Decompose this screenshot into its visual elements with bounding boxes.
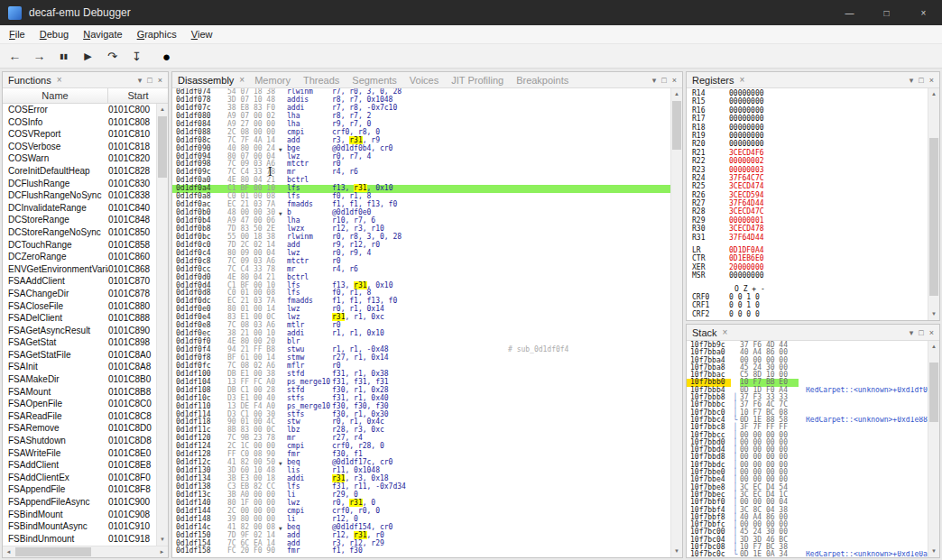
functions-vertical-scrollbar[interactable]: ▲ ▼ bbox=[156, 104, 168, 546]
tab-memory[interactable]: Memory bbox=[248, 75, 297, 86]
function-row[interactable]: FSAMakeDir 0101C8B0 bbox=[3, 373, 168, 386]
panel-menu-icon[interactable]: ▾ bbox=[138, 76, 143, 85]
stack-tab-close-icon[interactable]: × bbox=[723, 327, 728, 337]
scroll-right-icon[interactable]: ► bbox=[156, 546, 168, 557]
stack-panel-title: Stack bbox=[690, 327, 719, 338]
menu-graphics[interactable]: Graphics bbox=[130, 25, 184, 43]
stack-row[interactable]: 10f7bc0c └ 0D 1E 0A 34 RedCarpet::<unkno… bbox=[687, 551, 939, 557]
resume-button[interactable]: ▶ bbox=[77, 46, 99, 67]
scroll-down-icon[interactable]: ▼ bbox=[157, 534, 168, 546]
function-row[interactable]: FSADelClient 0101C888 bbox=[3, 312, 168, 325]
minimize-button[interactable]: — bbox=[831, 0, 868, 25]
function-row[interactable]: FSBindMountAsync 0101C910 bbox=[3, 520, 168, 533]
scroll-down-icon[interactable]: ▼ bbox=[671, 546, 682, 557]
panel-float-icon[interactable]: □ bbox=[919, 76, 923, 85]
panel-float-icon[interactable]: □ bbox=[147, 76, 152, 85]
panel-float-icon[interactable]: □ bbox=[919, 328, 923, 337]
function-row[interactable]: FSACloseFile 0101C880 bbox=[3, 300, 168, 313]
function-row[interactable]: FSAddClient 0101C8E8 bbox=[3, 459, 168, 472]
menu-navigate[interactable]: Navigate bbox=[76, 25, 129, 43]
function-row[interactable]: FSAChangeDir 0101C878 bbox=[3, 288, 168, 300]
pause-button[interactable]: ▮▮ bbox=[52, 46, 75, 67]
registers-tab-close-icon[interactable]: × bbox=[739, 75, 744, 85]
function-row[interactable]: FSAppendFileAsync 0101C900 bbox=[3, 496, 168, 509]
function-row[interactable]: FSBindUnmount 0101C918 bbox=[3, 533, 168, 546]
function-row[interactable]: FSAppendFile 0101C8F8 bbox=[3, 483, 168, 496]
scroll-down-icon[interactable]: ▼ bbox=[928, 546, 939, 557]
function-row[interactable]: FSBindMount 0101C908 bbox=[3, 509, 168, 521]
tab-threads[interactable]: Threads bbox=[297, 75, 346, 86]
scroll-up-icon[interactable]: ▲ bbox=[157, 104, 168, 115]
panel-menu-icon[interactable]: ▾ bbox=[910, 328, 914, 337]
function-row[interactable]: DCTouchRange 0101C858 bbox=[3, 239, 168, 252]
scrollbar-thumb[interactable] bbox=[929, 138, 938, 296]
function-row[interactable]: DCFlushRange 0101C830 bbox=[3, 178, 168, 190]
function-row[interactable]: DCInvalidateRange 0101C840 bbox=[3, 202, 168, 215]
tab-jit-profiling[interactable]: JIT Profiling bbox=[445, 75, 510, 86]
function-row[interactable]: FSARemove 0101C8D0 bbox=[3, 422, 168, 435]
disassembly-vertical-scrollbar[interactable]: ▲ ▼ bbox=[670, 88, 682, 557]
tab-voices[interactable]: Voices bbox=[403, 75, 445, 86]
stack-vertical-scrollbar[interactable]: ▲ ▼ bbox=[928, 341, 939, 557]
scrollbar-thumb[interactable] bbox=[929, 363, 938, 422]
scroll-up-icon[interactable]: ▲ bbox=[928, 88, 939, 100]
back-button[interactable]: ← bbox=[4, 46, 26, 67]
function-row[interactable]: FSAGetAsyncResult 0101C890 bbox=[3, 325, 168, 337]
function-row[interactable]: COSError 0101C800 bbox=[3, 104, 168, 116]
close-button[interactable]: × bbox=[905, 0, 942, 25]
function-row[interactable]: CoreInitDefaultHeap 0101C828 bbox=[3, 165, 168, 178]
scroll-up-icon[interactable]: ▲ bbox=[928, 341, 939, 353]
function-row[interactable]: COSWarn 0101C820 bbox=[3, 152, 168, 165]
step-over-button[interactable]: ↷ bbox=[101, 46, 124, 67]
function-row[interactable]: DCStoreRange 0101C848 bbox=[3, 214, 168, 226]
function-row[interactable]: DCZeroRange 0101C860 bbox=[3, 251, 168, 263]
function-row[interactable]: COSInfo 0101C808 bbox=[3, 116, 168, 129]
disasm-row[interactable]: 0d1df158 FC 20 F0 90 fmr f1, f30 bbox=[172, 547, 682, 555]
tab-disassembly[interactable]: Disassembly bbox=[176, 75, 236, 86]
function-row[interactable]: FSAShutdown 0101C8D8 bbox=[3, 435, 168, 447]
function-row[interactable]: FSAddClientEx 0101C8F0 bbox=[3, 472, 168, 484]
function-row[interactable]: FSAInit 0101C8A8 bbox=[3, 361, 168, 373]
panel-menu-icon[interactable]: ▾ bbox=[910, 76, 914, 85]
function-row[interactable]: COSVReport 0101C810 bbox=[3, 128, 168, 141]
functions-horizontal-scrollbar[interactable]: ◄ ► bbox=[3, 546, 168, 557]
function-row[interactable]: DCStoreRangeNoSync 0101C850 bbox=[3, 226, 168, 239]
scrollbar-thumb[interactable] bbox=[158, 116, 167, 178]
function-row[interactable]: ENVGetEnvironmentVariable 0101C868 bbox=[3, 263, 168, 276]
function-row[interactable]: FSAGetStatFile 0101C8A0 bbox=[3, 349, 168, 362]
scrollbar-thumb[interactable] bbox=[15, 547, 91, 556]
function-row[interactable]: FSAAddClient 0101C870 bbox=[3, 275, 168, 288]
menu-file[interactable]: File bbox=[2, 25, 32, 43]
menu-view[interactable]: View bbox=[184, 25, 220, 43]
function-row[interactable]: COSVerbose 0101C818 bbox=[3, 141, 168, 153]
record-button[interactable]: ● bbox=[155, 46, 178, 67]
panel-close-icon[interactable]: × bbox=[672, 76, 677, 85]
column-header-start[interactable]: Start bbox=[108, 88, 168, 103]
function-row[interactable]: FSAReadFile 0101C8C8 bbox=[3, 410, 168, 423]
step-into-button[interactable]: ↧ bbox=[125, 46, 148, 67]
panel-float-icon[interactable]: □ bbox=[661, 76, 666, 85]
function-row[interactable]: FSAWriteFile 0101C8E0 bbox=[3, 447, 168, 460]
scroll-left-icon[interactable]: ◄ bbox=[3, 546, 14, 557]
panel-close-icon[interactable]: × bbox=[929, 76, 934, 85]
maximize-button[interactable]: □ bbox=[868, 0, 905, 25]
panel-close-icon[interactable]: × bbox=[158, 76, 162, 85]
disassembly-tab-close-icon[interactable]: × bbox=[239, 75, 245, 85]
function-row[interactable]: FSAGetStat 0101C898 bbox=[3, 336, 168, 349]
scrollbar-thumb[interactable] bbox=[672, 101, 681, 150]
function-row[interactable]: FSAMount 0101C8B8 bbox=[3, 386, 168, 399]
tab-breakpoints[interactable]: Breakpoints bbox=[510, 75, 575, 86]
function-row[interactable]: DCFlushRangeNoSync 0101C838 bbox=[3, 189, 168, 202]
scroll-up-icon[interactable]: ▲ bbox=[671, 88, 682, 100]
panel-close-icon[interactable]: × bbox=[929, 328, 934, 337]
menu-debug[interactable]: Debug bbox=[32, 25, 76, 43]
functions-tab-close-icon[interactable]: × bbox=[57, 75, 62, 85]
scroll-down-icon[interactable]: ▼ bbox=[928, 308, 939, 320]
column-header-name[interactable]: Name bbox=[3, 88, 108, 103]
registers-vertical-scrollbar[interactable]: ▲ ▼ bbox=[928, 88, 939, 320]
branch-arrow-icon bbox=[279, 435, 287, 443]
forward-button[interactable]: → bbox=[28, 46, 51, 67]
panel-menu-icon[interactable]: ▾ bbox=[652, 76, 657, 85]
function-row[interactable]: FSAOpenFile 0101C8C0 bbox=[3, 398, 168, 410]
tab-segments[interactable]: Segments bbox=[346, 75, 403, 86]
